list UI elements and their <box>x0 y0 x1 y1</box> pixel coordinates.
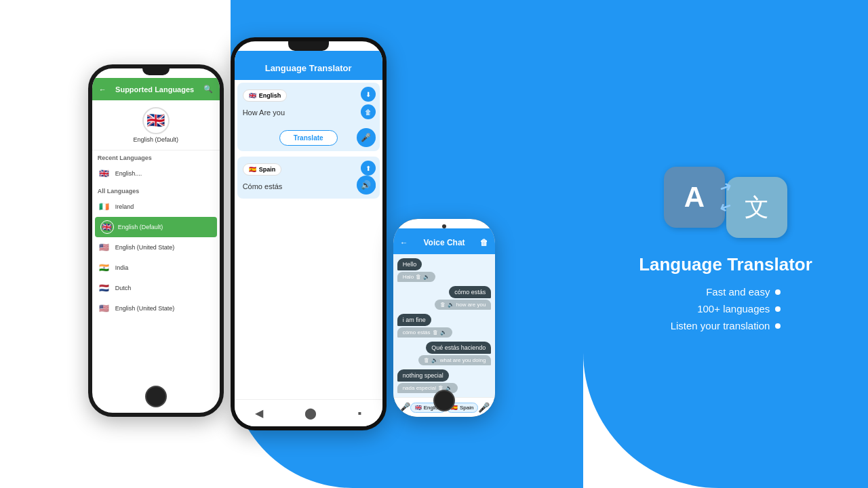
del-icon2[interactable]: 🗑 <box>440 302 446 308</box>
source-actions: ⬇ 🗑 <box>361 87 376 119</box>
lang-item-ireland[interactable]: 🇮🇪 Ireland <box>92 197 220 217</box>
speaker-button[interactable]: 🔊 <box>357 176 376 195</box>
home-button-left[interactable] <box>145 386 167 407</box>
dutch-flag: 🇳🇱 <box>98 281 111 295</box>
msg-iamfine: i am fine cómo estás 🗑 🔊 <box>397 314 492 338</box>
bubble-que: Qué estás haciendo <box>426 342 491 354</box>
nav-home-icon[interactable]: ⬤ <box>304 407 317 420</box>
vc-mic-icon[interactable]: 🎤 <box>399 402 410 413</box>
del-icon[interactable]: 🗑 <box>416 274 421 280</box>
home-button-right[interactable] <box>433 390 455 411</box>
del-icon3[interactable]: 🗑 <box>433 329 438 336</box>
download-icon[interactable]: ⬇ <box>361 87 376 102</box>
left-section: ← Supported Languages 🔍 🇬🇧 English (Defa… <box>0 0 583 488</box>
bubble-howareyou: 🗑 🔊 how are you <box>435 300 492 310</box>
search-icon[interactable]: 🔍 <box>203 85 213 94</box>
vc-delete-icon[interactable]: 🗑 <box>480 238 488 247</box>
del-icon4[interactable]: 🗑 <box>424 357 429 363</box>
all-section-title: All Languages <box>92 184 220 197</box>
screen-content-middle: Language Translator 🇬🇧 English How Are y… <box>235 41 382 426</box>
recent-section-title: Recent Languages <box>92 150 220 163</box>
lang-header: ← Supported Languages 🔍 <box>92 78 220 100</box>
translate-icon-a: A <box>664 167 725 228</box>
source-lang-badge[interactable]: 🇬🇧 English <box>243 89 288 102</box>
vc-mic-icon-right[interactable]: 🎤 <box>478 402 490 413</box>
lang-item-english-default[interactable]: 🇬🇧 English (Default) <box>95 217 217 237</box>
chat-area: Hello Halo 🗑 🔊 cómo estás 🗑 🔊 how are yo… <box>393 254 496 397</box>
notch-left <box>142 68 170 75</box>
lang-item-dutch[interactable]: 🇳🇱 Dutch <box>92 278 220 298</box>
us-flag-2: 🇺🇸 <box>98 302 111 315</box>
spk-icon3[interactable]: 🔊 <box>440 329 447 336</box>
dot-3 <box>775 323 781 329</box>
msg-quehaciendo: Qué estás haciendo 🗑 🔊 what are you doin… <box>397 342 492 365</box>
msg-hello: Hello Halo 🗑 🔊 <box>397 258 492 282</box>
feature-text-1: Fast and easy <box>706 286 770 298</box>
phone-frame-middle: Language Translator 🇬🇧 English How Are y… <box>231 37 387 430</box>
target-lang-label: Spain <box>259 166 276 173</box>
voice-chat-header: ← Voice Chat 🗑 <box>393 228 496 254</box>
bubble-como: cómo estás <box>449 286 491 298</box>
lang-item-india[interactable]: 🇮🇳 India <box>92 258 220 278</box>
icon-letter-zh: 文 <box>745 191 769 224</box>
spk-icon2[interactable]: 🔊 <box>448 302 454 308</box>
phone-screen-middle: Language Translator 🇬🇧 English How Are y… <box>235 41 382 426</box>
screen-content-left: ← Supported Languages 🔍 🇬🇧 English (Defa… <box>92 68 220 413</box>
lang-default-area: 🇬🇧 English (Default) <box>92 100 220 150</box>
translator-title: Language Translator <box>265 63 352 73</box>
english-default-name: English (Default) <box>118 224 163 230</box>
nav-bar-middle: ◀ ⬤ ▪ <box>235 399 382 426</box>
nav-square-icon[interactable]: ▪ <box>358 407 362 420</box>
english-us2-name: English (United State) <box>115 305 175 312</box>
india-name: India <box>115 264 129 271</box>
phone-screen-left: ← Supported Languages 🔍 🇬🇧 English (Defa… <box>92 68 220 413</box>
source-flag: 🇬🇧 <box>249 92 256 99</box>
voice-chat-title: Voice Chat <box>423 238 465 247</box>
feature-text-2: 100+ languages <box>697 303 770 314</box>
recent-flag: 🇬🇧 <box>98 167 111 180</box>
source-lang-label: English <box>259 92 281 99</box>
dot-2 <box>775 306 781 312</box>
bubble-hello: Hello <box>397 258 422 270</box>
english-flag-vc: 🇬🇧 <box>415 405 422 411</box>
bubble-iamfine: i am fine <box>397 314 431 326</box>
phones-container: ← Supported Languages 🔍 🇬🇧 English (Defa… <box>88 37 496 451</box>
vc-back-icon[interactable]: ← <box>400 238 408 247</box>
recent-lang-item[interactable]: 🇬🇧 English.... <box>92 163 220 184</box>
phone-frame-right: ← Voice Chat 🗑 Hello Halo 🗑 🔊 <box>393 219 496 417</box>
bubble-comoestas2: cómo estás 🗑 🔊 <box>397 327 452 338</box>
spk-icon[interactable]: 🔊 <box>423 274 430 280</box>
feature-item-3: Listen your translation <box>671 320 781 331</box>
app-title: Language Translator <box>639 254 812 275</box>
right-section: A ➜ ➜ 文 Language Translator Fast and eas… <box>583 0 868 488</box>
target-lang-badge[interactable]: 🇪🇸 Spain <box>243 163 282 176</box>
english-us1-name: English (United State) <box>115 244 175 251</box>
india-flag: 🇮🇳 <box>98 261 111 274</box>
recent-lang-name: English.... <box>115 170 142 177</box>
lang-item-english-us1[interactable]: 🇺🇸 English (United State) <box>92 237 220 258</box>
feature-item-1: Fast and easy <box>671 286 781 298</box>
nav-back-icon[interactable]: ◀ <box>255 407 263 420</box>
lang-item-english-us2[interactable]: 🇺🇸 English (United State) <box>92 298 220 319</box>
notch-middle <box>288 41 329 51</box>
feature-list: Fast and easy 100+ languages Listen your… <box>671 286 781 331</box>
delete-icon[interactable]: 🗑 <box>361 104 376 119</box>
bubble-nothing: nothing special <box>397 369 449 382</box>
translate-button[interactable]: Translate <box>279 130 338 146</box>
english-default-flag: 🇬🇧 <box>100 220 114 234</box>
right-content: A ➜ ➜ 文 Language Translator Fast and eas… <box>604 157 848 331</box>
feature-item-2: 100+ languages <box>671 303 781 314</box>
upload-icon[interactable]: ⬆ <box>361 161 376 176</box>
default-flag: 🇬🇧 <box>142 107 170 134</box>
camera-dot <box>442 224 446 228</box>
bubble-whatareyou: 🗑 🔊 what are you doing <box>418 355 492 365</box>
msg-como: cómo estás 🗑 🔊 how are you <box>397 286 492 310</box>
mic-button[interactable]: 🎤 <box>357 128 376 147</box>
default-lang-label: English (Default) <box>133 136 178 143</box>
back-icon[interactable]: ← <box>99 85 106 94</box>
feature-text-3: Listen your translation <box>671 320 770 331</box>
us-flag-1: 🇺🇸 <box>98 241 111 254</box>
spk-icon4[interactable]: 🔊 <box>431 357 438 363</box>
phone-frame-left: ← Supported Languages 🔍 🇬🇧 English (Defa… <box>88 64 224 417</box>
source-text[interactable]: How Are you <box>243 106 374 119</box>
